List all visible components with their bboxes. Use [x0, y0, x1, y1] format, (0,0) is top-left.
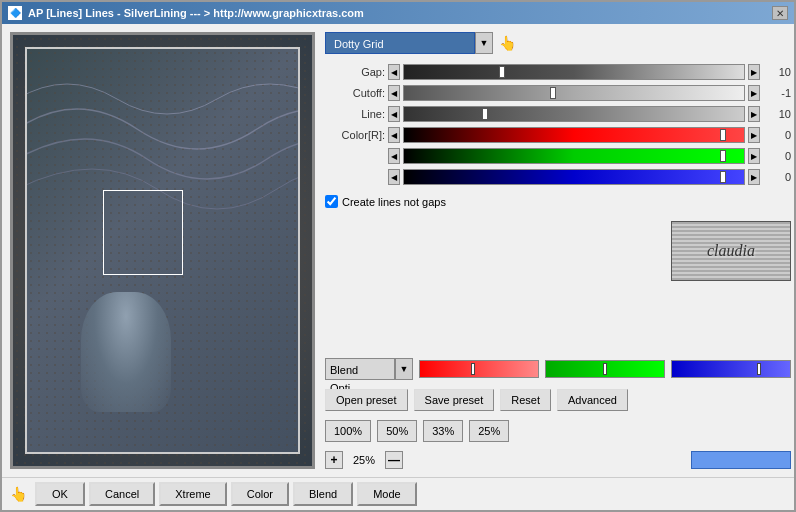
preview-area	[10, 32, 315, 469]
close-button[interactable]: ✕	[772, 6, 788, 20]
zoom-minus-button[interactable]: —	[385, 451, 403, 469]
zoom-plus-button[interactable]: +	[325, 451, 343, 469]
color-b-slider-row: ◀ ▶ 0	[325, 168, 791, 186]
gap-slider-thumb[interactable]	[499, 66, 505, 78]
gap-label: Gap:	[325, 66, 385, 78]
gap-value: 10	[763, 66, 791, 78]
percent-buttons-row: 100% 50% 33% 25%	[325, 420, 791, 442]
zoom-row: + 25% —	[325, 451, 791, 469]
inner-selection-box	[103, 190, 183, 275]
reset-button[interactable]: Reset	[500, 389, 551, 411]
thumb-text: claudia	[707, 242, 755, 260]
blend-options-row: Blend Opti... ▼	[325, 358, 791, 380]
action-hand-icon: 👆	[10, 486, 27, 502]
title-bar-left: 🔷 AP [Lines] Lines - SilverLining --- > …	[8, 6, 364, 20]
line-slider-thumb[interactable]	[482, 108, 488, 120]
line-slider-track[interactable]	[403, 106, 745, 122]
blend-slider-blue[interactable]	[671, 360, 791, 378]
gap-arrow-left[interactable]: ◀	[388, 64, 400, 80]
blend-blue-thumb[interactable]	[757, 363, 761, 375]
color-r-slider-thumb[interactable]	[720, 129, 726, 141]
color-b-arrow-right[interactable]: ▶	[748, 169, 760, 185]
blend-green-thumb[interactable]	[603, 363, 607, 375]
preset-buttons-row: Open preset Save preset Reset Advanced	[325, 389, 791, 411]
create-lines-label: Create lines not gaps	[342, 196, 446, 208]
color-b-slider-thumb[interactable]	[720, 171, 726, 183]
color-r-slider-row: Color[R]: ◀ ▶ 0	[325, 126, 791, 144]
color-g-arrow-right[interactable]: ▶	[748, 148, 760, 164]
blend-slider-red[interactable]	[419, 360, 539, 378]
color-g-value: 0	[763, 150, 791, 162]
cutoff-arrow-left[interactable]: ◀	[388, 85, 400, 101]
cutoff-value: -1	[763, 87, 791, 99]
cutoff-arrow-right[interactable]: ▶	[748, 85, 760, 101]
controls-area: Dotty Grid ▼ 👆 Gap: ◀ ▶ 10	[325, 32, 791, 469]
checkbox-row: Create lines not gaps	[325, 195, 791, 208]
color-g-slider-row: ◀ ▶ 0	[325, 147, 791, 165]
pct-33-button[interactable]: 33%	[423, 420, 463, 442]
woman-figure	[81, 292, 171, 412]
preset-dropdown-row: Dotty Grid ▼ 👆	[325, 32, 791, 54]
app-icon: 🔷	[8, 6, 22, 20]
blend-dropdown-container: Blend Opti... ▼	[325, 358, 413, 380]
color-r-arrow-left[interactable]: ◀	[388, 127, 400, 143]
cutoff-label: Cutoff:	[325, 87, 385, 99]
blend-options-label[interactable]: Blend Opti...	[325, 358, 395, 380]
action-bar: 👆 OK Cancel Xtreme Color Blend Mode	[2, 477, 794, 510]
canvas-background	[13, 35, 312, 466]
color-g-arrow-left[interactable]: ◀	[388, 148, 400, 164]
thumb-preview-container: claudia	[325, 217, 791, 285]
pct-100-button[interactable]: 100%	[325, 420, 371, 442]
dropdown-arrow[interactable]: ▼	[475, 32, 493, 54]
gap-arrow-right[interactable]: ▶	[748, 64, 760, 80]
color-g-slider-thumb[interactable]	[720, 150, 726, 162]
line-label: Line:	[325, 108, 385, 120]
pct-25-button[interactable]: 25%	[469, 420, 509, 442]
preset-dropdown-label[interactable]: Dotty Grid	[325, 32, 475, 54]
blue-indicator	[691, 451, 791, 469]
open-preset-button[interactable]: Open preset	[325, 389, 408, 411]
dropdown-container: Dotty Grid ▼	[325, 32, 493, 54]
line-arrow-right[interactable]: ▶	[748, 106, 760, 122]
cutoff-slider-thumb[interactable]	[550, 87, 556, 99]
line-value: 10	[763, 108, 791, 120]
color-r-label: Color[R]:	[325, 129, 385, 141]
line-arrow-left[interactable]: ◀	[388, 106, 400, 122]
cutoff-slider-track[interactable]	[403, 85, 745, 101]
pct-50-button[interactable]: 50%	[377, 420, 417, 442]
color-r-value: 0	[763, 129, 791, 141]
main-window: 🔷 AP [Lines] Lines - SilverLining --- > …	[0, 0, 796, 512]
color-g-slider-track[interactable]	[403, 148, 745, 164]
xtreme-button[interactable]: Xtreme	[159, 482, 226, 506]
mode-button[interactable]: Mode	[357, 482, 417, 506]
blend-red-thumb[interactable]	[471, 363, 475, 375]
color-r-slider-track[interactable]	[403, 127, 745, 143]
zoom-value: 25%	[349, 454, 379, 466]
gap-slider-row: Gap: ◀ ▶ 10	[325, 63, 791, 81]
thumb-inner: claudia	[672, 222, 790, 280]
color-b-value: 0	[763, 171, 791, 183]
thumb-preview: claudia	[671, 221, 791, 281]
save-preset-button[interactable]: Save preset	[414, 389, 495, 411]
blend-button[interactable]: Blend	[293, 482, 353, 506]
hand-pointer-icon: 👆	[499, 35, 516, 51]
gap-slider-track[interactable]	[403, 64, 745, 80]
preview-canvas	[10, 32, 315, 469]
canvas-inner-bg	[27, 49, 298, 452]
line-slider-row: Line: ◀ ▶ 10	[325, 105, 791, 123]
preview-inner-frame	[25, 47, 300, 454]
color-r-arrow-right[interactable]: ▶	[748, 127, 760, 143]
blend-dropdown-arrow[interactable]: ▼	[395, 358, 413, 380]
title-bar: 🔷 AP [Lines] Lines - SilverLining --- > …	[2, 2, 794, 24]
cancel-button[interactable]: Cancel	[89, 482, 155, 506]
blend-slider-green[interactable]	[545, 360, 665, 378]
advanced-button[interactable]: Advanced	[557, 389, 628, 411]
spacer	[325, 290, 791, 349]
content-area: Dotty Grid ▼ 👆 Gap: ◀ ▶ 10	[2, 24, 794, 477]
color-button[interactable]: Color	[231, 482, 289, 506]
create-lines-checkbox[interactable]	[325, 195, 338, 208]
color-b-slider-track[interactable]	[403, 169, 745, 185]
color-b-arrow-left[interactable]: ◀	[388, 169, 400, 185]
ok-button[interactable]: OK	[35, 482, 85, 506]
window-title: AP [Lines] Lines - SilverLining --- > ht…	[28, 7, 364, 19]
